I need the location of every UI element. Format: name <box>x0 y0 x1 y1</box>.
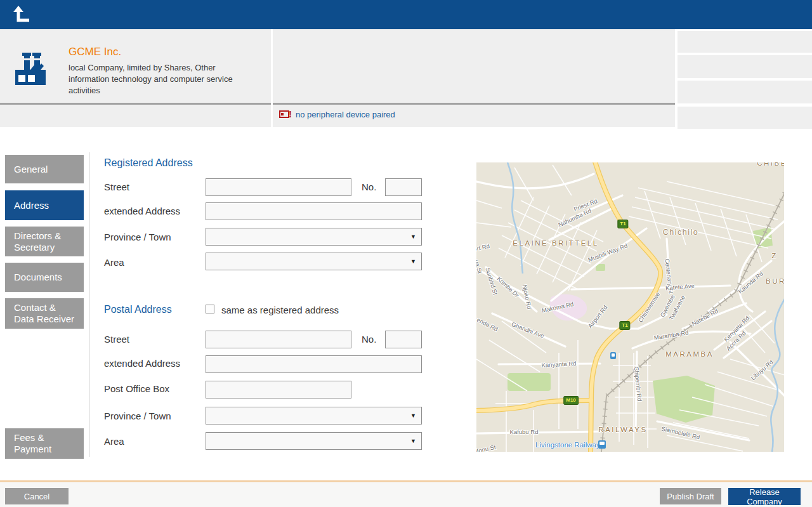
company-header-panel: GCME Inc. local Company, limited by Shar… <box>0 29 271 127</box>
map-district-label: ELAINE BRITTELL <box>513 239 598 247</box>
map-road-label: Kombe Dr <box>496 275 521 298</box>
map-district-label: BUR <box>766 277 784 285</box>
tab-general[interactable]: General <box>5 155 84 183</box>
header-center-panel: ! no peripheral device paired <box>273 29 675 127</box>
reg-street-label: Street <box>104 181 129 192</box>
cancel-button[interactable]: Cancel <box>5 488 69 504</box>
map-road-label: ua St <box>476 259 484 274</box>
map-road-label: Natebe Rd <box>690 307 719 327</box>
reg-area-label: Area <box>104 257 124 268</box>
same-as-registered-checkbox[interactable] <box>206 305 214 313</box>
postal-extended-label: extended Address <box>104 358 180 369</box>
map-district-label: MARAMBA <box>665 350 714 358</box>
header-placeholder-row <box>678 81 812 103</box>
map-road-label: Njoko Rd <box>521 284 534 310</box>
company-name: GCME Inc. <box>69 46 121 58</box>
map-road-label: Makoma Rd <box>541 300 574 313</box>
factory-logo-icon <box>11 49 49 88</box>
chevron-down-icon: ▼ <box>410 438 416 444</box>
tab-contact-data-receiver[interactable]: Contact & Data Receiver <box>5 298 84 329</box>
release-company-button[interactable]: Release Company <box>728 488 801 505</box>
postal-area-select[interactable]: ▼ <box>206 432 422 450</box>
header-placeholder-row <box>678 55 812 78</box>
header-placeholder-row <box>678 107 812 129</box>
reg-no-label: No. <box>362 181 376 192</box>
header-divider <box>0 103 271 105</box>
publish-draft-button[interactable]: Publish Draft <box>660 488 721 504</box>
reg-extended-input[interactable] <box>206 202 422 220</box>
map[interactable]: Livingstone Railway Priest RdNahumba RdM… <box>476 162 784 452</box>
company-description: local Company, limited by Shares, Other … <box>69 62 245 96</box>
device-warning-icon: ! <box>279 110 292 118</box>
peripheral-status: ! no peripheral device paired <box>279 108 395 121</box>
bus-stop-icon[interactable] <box>610 352 616 359</box>
app-window: GCME Inc. local Company, limited by Shar… <box>0 0 812 507</box>
reg-area-select[interactable]: ▼ <box>206 253 422 270</box>
registered-address-title: Registered Address <box>104 157 193 169</box>
tab-directors-secretary[interactable]: Directors & Secretary <box>5 227 84 256</box>
map-road-label: Lenda Rd <box>476 315 499 333</box>
postal-province-label: Province / Town <box>104 411 171 421</box>
map-road-label: Chipembi Rd <box>633 366 644 402</box>
reg-province-label: Province / Town <box>104 232 171 242</box>
postal-pobox-label: Post Office Box <box>104 383 169 394</box>
map-road-label: Monu St <box>476 444 496 452</box>
map-road-label: Kanyanta Rd <box>541 360 576 369</box>
map-road-label: Ghandhi Ave <box>511 320 546 339</box>
postal-street-label: Street <box>104 334 129 345</box>
footer-bar: Cancel Publish Draft Release Company <box>0 480 812 507</box>
header-divider <box>273 103 675 105</box>
postal-no-label: No. <box>362 334 376 345</box>
postal-extended-input[interactable] <box>206 355 422 373</box>
map-road-label: Libuyu Rd <box>749 359 775 381</box>
back-up-icon[interactable] <box>10 5 32 24</box>
postal-address-title: Postal Address <box>104 304 172 315</box>
map-district-label: CHIBE <box>757 162 784 167</box>
top-bar <box>0 0 812 29</box>
tab-address[interactable]: Address <box>5 190 84 220</box>
reg-extended-label: extended Address <box>104 206 180 216</box>
chevron-down-icon: ▼ <box>410 412 416 419</box>
map-road-label: Siambelele Rd <box>661 425 701 441</box>
tab-fees-payment[interactable]: Fees & Payment <box>5 428 84 459</box>
postal-no-input[interactable] <box>385 331 422 348</box>
reg-province-select[interactable]: ▼ <box>206 228 422 246</box>
header-placeholder-row <box>678 31 812 53</box>
status-text: no peripheral device paired <box>296 110 395 119</box>
route-badge: M10 <box>563 396 579 405</box>
map-road-label: ort Rd <box>476 242 490 253</box>
map-labels-layer: Livingstone Railway Priest RdNahumba RdM… <box>476 162 784 452</box>
map-road-label: Kaunda Rd <box>737 270 764 295</box>
route-badge: T1 <box>617 220 628 228</box>
map-road-label: Kafubu Rd <box>510 428 539 435</box>
train-station-icon[interactable] <box>598 440 606 449</box>
tab-documents[interactable]: Documents <box>5 263 84 292</box>
reg-no-input[interactable] <box>385 178 422 196</box>
map-road-label: Chimwemwe <box>637 291 662 324</box>
postal-pobox-input[interactable] <box>206 381 351 398</box>
postal-province-select[interactable]: ▼ <box>206 407 422 425</box>
content-divider <box>89 152 89 457</box>
map-road-label: Airport Rd <box>587 304 609 329</box>
map-locality-label: Chichilo <box>663 228 698 237</box>
route-badge: T1 <box>619 321 630 330</box>
chevron-down-icon: ▼ <box>410 258 416 265</box>
same-as-registered-label: same as registered address <box>221 305 339 315</box>
postal-area-label: Area <box>104 436 124 447</box>
chevron-down-icon: ▼ <box>410 234 416 240</box>
reg-street-input[interactable] <box>206 178 351 196</box>
map-road-label: Maramba Rd <box>653 329 689 341</box>
map-district-label: Z <box>771 252 778 260</box>
map-district-label: RAILWAYS <box>598 426 647 433</box>
train-station-label[interactable]: Livingstone Railway <box>535 441 600 449</box>
postal-street-input[interactable] <box>206 331 351 348</box>
